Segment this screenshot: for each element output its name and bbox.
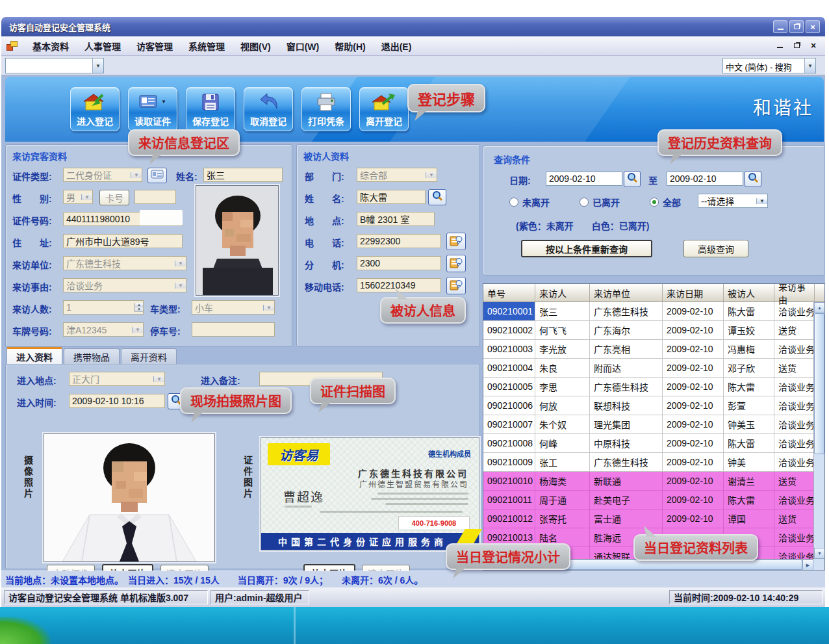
visited-place-input[interactable]: B幢 2301 室 — [357, 212, 435, 226]
table-cell[interactable]: 何飞飞 — [535, 321, 590, 339]
quick-select-combo[interactable]: ▼ — [5, 58, 104, 73]
table-cell[interactable]: 洽谈业务 — [774, 528, 815, 547]
table-cell[interactable]: 钟美玉 — [724, 415, 774, 433]
restore-button[interactable] — [789, 20, 804, 33]
gender-combo[interactable]: 男 ▼ — [63, 190, 93, 204]
table-cell[interactable]: 洽谈业务 — [774, 302, 815, 320]
table-cell[interactable]: 联想科技 — [590, 396, 663, 415]
table-cell[interactable]: 2009-02-10 — [663, 491, 724, 509]
enter-register-button[interactable]: 进入登记 — [70, 87, 120, 131]
table-row[interactable]: 090210012张寄托富士通2009-02-10谭国送货 — [483, 509, 824, 528]
table-cell[interactable]: 洽谈业务 — [774, 378, 815, 396]
table-cell[interactable]: 送货 — [774, 509, 815, 528]
table-cell[interactable]: 090210011 — [483, 491, 535, 509]
table-cell[interactable]: 2009-02-10 — [663, 378, 724, 396]
visited-phone-input[interactable]: 22992300 — [357, 234, 441, 248]
dial-ext-button[interactable] — [446, 255, 466, 272]
table-cell[interactable]: 朱个奴 — [535, 415, 590, 433]
dial-mobile-button[interactable] — [446, 277, 466, 294]
column-header[interactable]: 来访单位 — [590, 284, 663, 302]
table-cell[interactable]: 张工 — [535, 453, 590, 471]
table-cell[interactable]: 送货 — [774, 472, 815, 490]
table-cell[interactable]: 朱良 — [535, 359, 590, 377]
dial-phone-button[interactable] — [446, 233, 466, 250]
table-cell[interactable]: 洽谈业务 — [774, 491, 815, 509]
card-reader-button[interactable] — [147, 168, 167, 183]
table-cell[interactable]: 陈大雷 — [724, 378, 774, 396]
table-row[interactable]: 090210010杨海类新联通2009-02-10谢清兰送货 — [483, 472, 824, 491]
table-cell[interactable]: 张三 — [535, 302, 590, 320]
menu-exit[interactable]: 退出(E) — [374, 37, 420, 55]
table-cell[interactable]: 090210002 — [483, 321, 535, 339]
table-row[interactable]: 090210003李光放广东亮相2009-02-10冯惠梅洽谈业务 — [483, 340, 824, 359]
table-cell[interactable]: 中原科技 — [590, 434, 663, 452]
table-cell[interactable]: 2009-02-10 — [663, 340, 724, 358]
search-person-button[interactable] — [428, 189, 446, 205]
tab-entry-info[interactable]: 进入资料 — [6, 347, 62, 364]
table-cell[interactable]: 何放 — [535, 396, 590, 415]
table-cell[interactable]: 广东亮相 — [590, 340, 663, 358]
leave-register-button[interactable]: 离开登记 — [359, 87, 409, 131]
chevron-down-icon[interactable]: ▼ — [92, 58, 103, 73]
menu-basic-data[interactable]: 基本资料 — [25, 37, 77, 55]
print-receipt-button[interactable]: 打印凭条 — [301, 87, 351, 131]
table-cell[interactable]: 送货 — [774, 359, 815, 377]
chevron-down-icon[interactable]: ▼ — [756, 198, 767, 204]
filter-select-combo[interactable]: --请选择 ▼ — [698, 194, 768, 208]
car-type-combo[interactable]: 小车 ▼ — [192, 300, 275, 315]
minimize-button[interactable] — [773, 20, 787, 33]
table-cell[interactable]: 李光放 — [535, 340, 590, 358]
table-cell[interactable]: 2009-02-10 — [663, 415, 724, 433]
visit-unit-combo[interactable]: 广东德生科技 ▼ — [63, 256, 186, 270]
table-cell[interactable]: 富士通 — [590, 509, 663, 528]
table-cell[interactable]: 陈大雷 — [724, 434, 774, 452]
column-header[interactable]: 来访日期 — [663, 284, 724, 302]
chevron-down-icon[interactable]: ▼ — [426, 172, 437, 178]
date-to-input[interactable]: 2009-02-10 — [667, 172, 743, 186]
table-cell[interactable]: 何峰 — [535, 434, 590, 452]
table-cell[interactable]: 洽谈业务 — [774, 396, 815, 415]
table-cell[interactable]: 洽谈业务 — [774, 415, 815, 433]
table-row[interactable]: 090210011周于通赴美电子2009-02-10陈大雷洽谈业务 — [483, 491, 824, 509]
entry-time-input[interactable]: 2009-02-10 10:16 — [69, 394, 165, 408]
radio-all[interactable]: 全部 — [650, 196, 681, 209]
date-from-picker-button[interactable] — [624, 171, 641, 187]
table-cell[interactable]: 谭国 — [724, 509, 774, 528]
table-cell[interactable]: 彭萱 — [724, 396, 774, 415]
mdi-close-button[interactable]: × — [808, 40, 819, 50]
cancel-register-button[interactable]: 取消登记 — [244, 87, 293, 131]
scroll-down-icon[interactable]: ▼ — [814, 548, 825, 559]
column-header[interactable]: 来访事由 — [774, 284, 815, 302]
menu-visitor[interactable]: 访客管理 — [129, 37, 181, 55]
chevron-down-icon[interactable]: ▼ — [131, 172, 142, 178]
address-input[interactable]: 广州市中山大道89号 — [63, 234, 183, 248]
table-cell[interactable]: 理光集团 — [590, 415, 663, 433]
date-to-picker-button[interactable] — [745, 171, 761, 187]
table-row[interactable]: 090210007朱个奴理光集团2009-02-10钟美玉洽谈业务 — [483, 415, 824, 434]
table-cell[interactable]: 090210009 — [483, 453, 535, 471]
mdi-restore-button[interactable] — [791, 40, 802, 50]
column-header[interactable]: 单号 — [483, 284, 535, 302]
radio-not-left[interactable]: 未离开 — [509, 196, 550, 209]
date-from-input[interactable]: 2009-02-10 — [546, 172, 622, 186]
column-header[interactable]: 来访人 — [535, 284, 590, 302]
mdi-minimize-button[interactable] — [774, 40, 785, 50]
menu-hr[interactable]: 人事管理 — [77, 37, 129, 55]
table-cell[interactable]: 周于通 — [535, 491, 590, 509]
table-cell[interactable]: 090210010 — [483, 472, 535, 490]
visitor-count-stepper[interactable]: 1 ▲▼ — [63, 300, 144, 315]
read-card-button[interactable]: ▼ 读取证件 — [128, 87, 177, 131]
table-cell[interactable]: 090210005 — [483, 378, 535, 396]
parking-number-input[interactable] — [192, 322, 275, 337]
table-cell[interactable]: 2009-02-10 — [663, 453, 724, 471]
chevron-down-icon[interactable]: ▼ — [263, 305, 274, 311]
chevron-down-icon[interactable]: ▼ — [175, 261, 186, 266]
menu-help[interactable]: 帮助(H) — [327, 37, 373, 55]
table-cell[interactable]: 090210003 — [483, 340, 535, 358]
table-cell[interactable]: 2009-02-10 — [663, 302, 724, 320]
table-cell[interactable]: 张寄托 — [535, 509, 590, 528]
table-cell[interactable]: 杨海类 — [535, 472, 590, 490]
tab-carried-items[interactable]: 携带物品 — [64, 348, 120, 364]
start-button-edge[interactable] — [0, 617, 51, 644]
cert-type-combo[interactable]: 二代身份证 ▼ — [63, 168, 142, 182]
